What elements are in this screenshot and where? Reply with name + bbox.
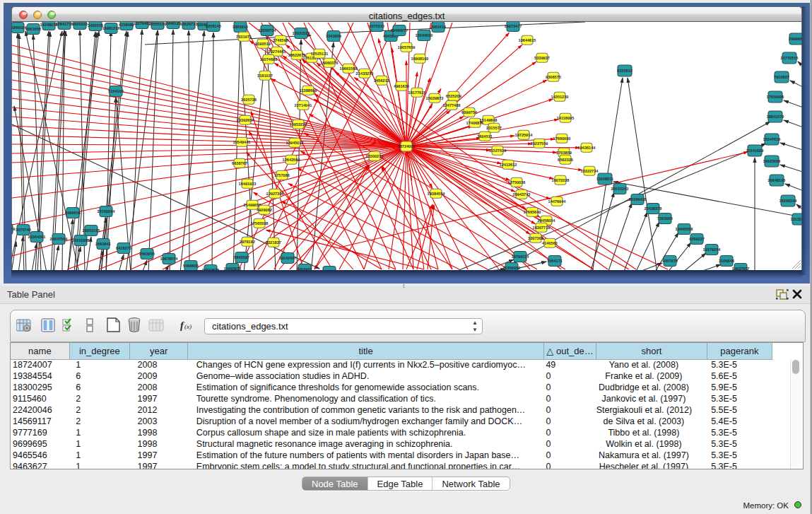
svg-text:10661588: 10661588 [340, 66, 358, 71]
svg-text:11074688: 11074688 [260, 57, 278, 62]
svg-text:3456213: 3456213 [374, 78, 389, 83]
svg-text:7064171: 7064171 [547, 259, 563, 263]
svg-text:14476944: 14476944 [548, 199, 567, 204]
svg-text:19436144: 19436144 [578, 146, 596, 150]
svg-text:12927396: 12927396 [266, 192, 284, 196]
svg-text:18981216: 18981216 [102, 26, 120, 30]
svg-text:6099754: 6099754 [461, 110, 478, 115]
svg-text:23300273: 23300273 [366, 154, 384, 158]
svg-text:11866024: 11866024 [11, 25, 27, 30]
svg-text:19678574: 19678574 [160, 257, 179, 261]
svg-text:18177615: 18177615 [408, 90, 426, 95]
svg-text:12412612: 12412612 [500, 163, 517, 167]
svg-text:2620223: 2620223 [72, 22, 88, 26]
svg-text:15347616: 15347616 [763, 137, 781, 141]
svg-text:16206344: 16206344 [779, 199, 798, 203]
svg-text:9190519: 9190519 [255, 42, 271, 46]
svg-text:11350932: 11350932 [503, 266, 521, 270]
svg-text:16491923: 16491923 [239, 182, 257, 186]
svg-text:4140560: 4140560 [542, 241, 558, 245]
svg-text:5468605: 5468605 [183, 264, 199, 268]
svg-text:11388699: 11388699 [300, 88, 317, 93]
svg-text:3035728: 3035728 [241, 98, 257, 102]
svg-text:15953222: 15953222 [290, 122, 307, 127]
svg-text:10644615: 10644615 [519, 38, 536, 42]
svg-text:10549441: 10549441 [233, 140, 251, 144]
svg-text:21499058: 21499058 [244, 203, 261, 207]
svg-text:20648195: 20648195 [768, 178, 786, 182]
svg-text:3181037: 3181037 [257, 74, 273, 78]
svg-text:2258145: 2258145 [206, 24, 221, 28]
svg-text:3604511: 3604511 [477, 134, 492, 139]
svg-text:18841570: 18841570 [767, 115, 784, 119]
svg-text:20274461: 20274461 [269, 49, 286, 54]
svg-text:16908100: 16908100 [411, 57, 429, 61]
svg-text:14118095: 14118095 [557, 116, 575, 120]
svg-text:20227559: 20227559 [531, 141, 548, 146]
svg-text:11541029: 11541029 [746, 148, 764, 153]
svg-text:13132690: 13132690 [791, 217, 802, 221]
svg-text:19799114: 19799114 [512, 255, 529, 259]
svg-text:12750036: 12750036 [508, 180, 526, 185]
svg-text:5339937: 5339937 [534, 56, 550, 60]
svg-text:9308575: 9308575 [546, 75, 561, 79]
svg-text:22841736: 22841736 [56, 22, 73, 26]
svg-text:17565588: 17565588 [251, 221, 269, 226]
svg-text:8321837: 8321837 [266, 240, 281, 245]
svg-text:9075310: 9075310 [369, 24, 384, 28]
svg-text:3883910: 3883910 [233, 25, 248, 29]
svg-text:21770515: 21770515 [781, 56, 799, 60]
svg-text:13495588: 13495588 [676, 227, 693, 231]
svg-text:3343959: 3343959 [326, 34, 341, 38]
svg-text:7303905: 7303905 [657, 216, 673, 221]
svg-text:2563055: 2563055 [139, 252, 155, 256]
svg-text:20458054: 20458054 [538, 218, 556, 223]
svg-text:6535209: 6535209 [446, 94, 461, 98]
svg-text:21433273: 21433273 [356, 71, 374, 76]
svg-text:2978182: 2978182 [240, 240, 255, 244]
svg-text:19725914: 19725914 [515, 133, 534, 137]
svg-text:20515263: 20515263 [611, 187, 629, 191]
svg-text:3106848: 3106848 [719, 259, 734, 263]
svg-text:22053165: 22053165 [83, 228, 100, 233]
svg-text:15550734: 15550734 [259, 28, 277, 33]
svg-text:16072228: 16072228 [552, 178, 570, 182]
svg-text:15244500: 15244500 [416, 33, 433, 37]
svg-text:3430558: 3430558 [88, 23, 103, 28]
svg-text:12525131: 12525131 [311, 52, 329, 56]
svg-text:17660000: 17660000 [553, 136, 571, 141]
svg-text:20943743: 20943743 [513, 192, 531, 197]
svg-text:15149848: 15149848 [480, 118, 498, 122]
svg-text:5840397: 5840397 [234, 255, 249, 259]
svg-text:19384554: 19384554 [428, 192, 446, 196]
svg-text:19142407: 19142407 [279, 256, 297, 260]
svg-text:15031529: 15031529 [293, 31, 310, 35]
svg-text:22160294: 22160294 [98, 209, 116, 214]
svg-text:6061658: 6061658 [25, 27, 41, 31]
svg-text:7031971: 7031971 [236, 35, 252, 39]
svg-text:4929082: 4929082 [257, 208, 272, 212]
svg-text:22714041: 22714041 [295, 103, 312, 107]
svg-text:4961630: 4961630 [394, 84, 409, 88]
svg-text:20555120: 20555120 [149, 22, 167, 26]
svg-text:4457975: 4457975 [662, 259, 678, 263]
svg-text:2983419: 2983419 [430, 25, 446, 29]
svg-text:11058511: 11058511 [596, 177, 613, 181]
svg-text:12643564: 12643564 [283, 158, 301, 162]
svg-text:16307710: 16307710 [533, 226, 551, 230]
svg-text:3307301: 3307301 [528, 236, 543, 240]
svg-text:10322734: 10322734 [581, 169, 599, 173]
svg-text:11527619: 11527619 [489, 148, 507, 153]
svg-text:19379254: 19379254 [703, 247, 722, 252]
svg-text:14310388: 14310388 [72, 238, 90, 243]
svg-text:6638767: 6638767 [232, 161, 247, 165]
svg-text:20364361: 20364361 [28, 235, 46, 239]
svg-text:4158480: 4158480 [119, 23, 134, 27]
svg-text:17665640: 17665640 [524, 210, 541, 214]
svg-text:20392657: 20392657 [237, 118, 254, 122]
svg-text:16623006: 16623006 [763, 159, 781, 163]
svg-text:19490077: 19490077 [391, 28, 408, 33]
svg-text:3703859: 3703859 [556, 151, 572, 155]
svg-text:15029873: 15029873 [426, 96, 444, 100]
svg-text:9335812: 9335812 [617, 69, 632, 73]
